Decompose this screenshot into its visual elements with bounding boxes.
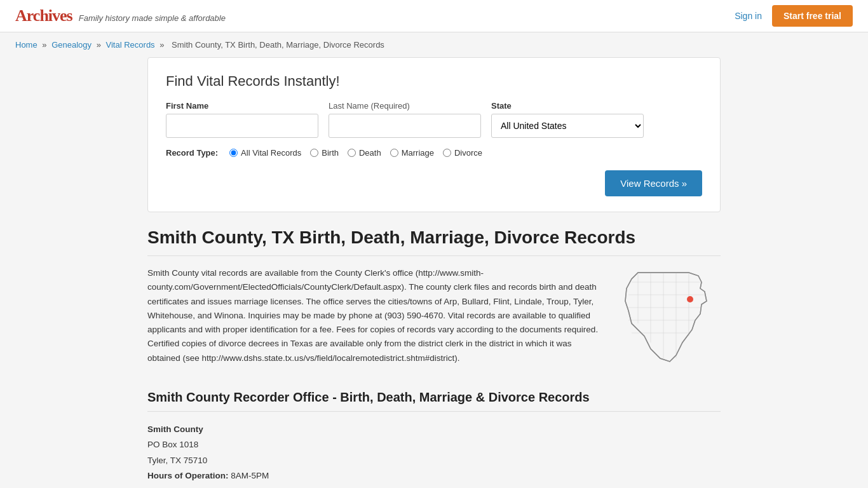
page-main-heading: Smith County, TX Birth, Death, Marriage,…	[147, 227, 721, 256]
site-header: Archives Family history made simple & af…	[0, 0, 868, 32]
breadcrumb: Home » Genealogy » Vital Records » Smith…	[0, 32, 868, 57]
search-box: Find Vital Records Instantly! First Name…	[147, 57, 721, 212]
radio-divorce[interactable]: Divorce	[443, 148, 482, 158]
office-address-line2: Tyler, TX 75710	[147, 453, 721, 468]
breadcrumb-sep1: »	[42, 40, 46, 50]
radio-death-input[interactable]	[348, 149, 356, 157]
last-name-label: Last Name (Required)	[329, 101, 481, 111]
breadcrumb-vital-records[interactable]: Vital Records	[106, 40, 155, 50]
state-field-group: State All United States	[491, 101, 644, 138]
breadcrumb-genealogy[interactable]: Genealogy	[51, 40, 92, 50]
record-type-label: Record Type:	[166, 148, 218, 158]
office-info: Smith County PO Box 1018 Tyler, TX 75710…	[147, 422, 721, 484]
record-type-radio-group: All Vital Records Birth Death Marriage D…	[229, 148, 482, 158]
first-name-label: First Name	[166, 101, 318, 111]
breadcrumb-sep3: »	[159, 40, 164, 50]
office-name: Smith County	[147, 422, 721, 437]
radio-divorce-input[interactable]	[443, 149, 451, 157]
content-section: Smith County vital records are available…	[147, 266, 721, 370]
first-name-field-group: First Name	[166, 101, 318, 138]
view-records-button[interactable]: View Records »	[605, 170, 702, 196]
sign-in-link[interactable]: Sign in	[735, 11, 762, 21]
record-type-row: Record Type: All Vital Records Birth Dea…	[166, 148, 702, 158]
last-name-input[interactable]	[329, 114, 481, 138]
search-fields: First Name Last Name (Required) State Al…	[166, 101, 702, 138]
header-nav: Sign in Start free trial	[735, 5, 853, 27]
breadcrumb-home[interactable]: Home	[15, 40, 37, 50]
svg-point-10	[687, 296, 693, 302]
office-hours: Hours of Operation: 8AM-5PM	[147, 468, 721, 484]
state-label: State	[491, 101, 644, 111]
hours-label: Hours of Operation:	[147, 471, 229, 480]
radio-all-vital[interactable]: All Vital Records	[229, 148, 301, 158]
site-logo: Archives	[15, 6, 72, 25]
radio-death[interactable]: Death	[348, 148, 381, 158]
search-title: Find Vital Records Instantly!	[166, 73, 702, 90]
hours-value-text: 8AM-5PM	[231, 471, 269, 480]
radio-birth[interactable]: Birth	[310, 148, 339, 158]
office-address-line1: PO Box 1018	[147, 437, 721, 452]
search-btn-row: View Records »	[166, 170, 702, 196]
radio-birth-input[interactable]	[310, 149, 318, 157]
header-logo-group: Archives Family history made simple & af…	[15, 6, 226, 25]
breadcrumb-current: Smith County, TX Birth, Death, Marriage,…	[172, 40, 384, 50]
breadcrumb-sep2: »	[97, 40, 101, 50]
state-select[interactable]: All United States	[491, 114, 644, 138]
radio-all-vital-input[interactable]	[229, 149, 238, 157]
site-tagline: Family history made simple & affordable	[79, 13, 226, 23]
last-name-field-group: Last Name (Required)	[329, 101, 481, 138]
texas-map	[619, 266, 721, 370]
recorder-section-heading: Smith County Recorder Office - Birth, De…	[147, 390, 721, 412]
start-trial-button[interactable]: Start free trial	[772, 5, 853, 27]
radio-marriage-input[interactable]	[390, 149, 398, 157]
main-content: Find Vital Records Instantly! First Name…	[132, 57, 736, 488]
first-name-input[interactable]	[166, 114, 318, 138]
radio-marriage[interactable]: Marriage	[390, 148, 434, 158]
page-description: Smith County vital records are available…	[147, 266, 604, 370]
